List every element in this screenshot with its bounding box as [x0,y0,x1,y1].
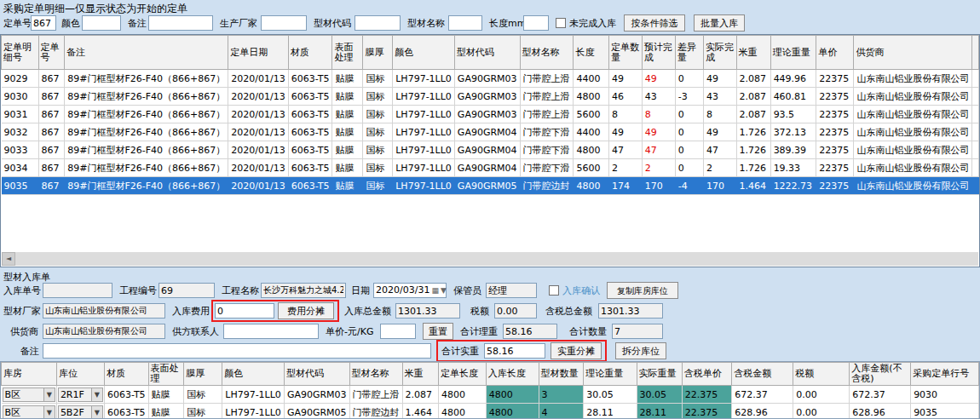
table-cell: 9032 [2,123,39,141]
fee-allocate-button[interactable]: 费用分摊 [278,302,334,319]
table-cell: 6063-T5 [288,141,332,159]
column-header[interactable]: 税额 [793,363,850,386]
manufacturer-input[interactable] [43,303,165,319]
actual-weight-allocate-button[interactable]: 实重分摊 [551,342,602,359]
total-actual-weight-input[interactable] [484,343,545,359]
project-no-input[interactable] [159,283,215,298]
column-header[interactable]: 定单数量 [609,36,643,70]
chevron-down-icon[interactable]: ▼ [91,406,102,419]
column-header[interactable]: 颜色 [222,363,285,386]
color-filter-input[interactable] [82,15,121,31]
column-header[interactable]: 定单长度 [439,363,487,386]
table-cell: 49 [642,70,675,88]
order-no-filter-input[interactable] [31,15,56,31]
cell-dropdown[interactable]: 2R1F▼ [58,387,103,402]
filter-label-manufacturer: 生产厂家 [220,17,257,31]
column-header[interactable]: 表面处理 [148,363,184,386]
copy-warehouse-location-button[interactable]: 复制库房库位 [607,282,678,299]
table-cell: 贴膜 [332,123,363,141]
column-header[interactable]: 供货商 [854,36,972,70]
length-filter-input[interactable] [523,15,549,31]
calendar-icon[interactable]: ▦ [431,286,439,295]
column-header[interactable]: 表面处理 [332,36,363,70]
total-theory-weight-input[interactable] [503,324,557,339]
column-header[interactable]: 理论重量 [584,363,637,386]
tax-input[interactable] [494,303,537,319]
column-header[interactable]: 理论重量 [770,36,816,70]
column-header[interactable]: 备注 [65,36,228,70]
table-cell: 山东南山铝业股份有限公司 [854,88,972,106]
filter-by-condition-button[interactable]: 按条件筛选 [624,14,685,32]
cell-dropdown[interactable]: 5B2F▼ [58,405,103,419]
remark-input[interactable] [43,343,431,359]
column-header[interactable]: 材质 [288,36,332,70]
profile-name-filter-input[interactable] [448,15,482,31]
column-header[interactable]: 型材名称 [520,36,574,70]
date-label: 日期 [351,284,370,298]
table-row[interactable]: B区▼2R1F▼6063-T5贴膜国标LH797-1LL0GA90GRM03门带… [2,386,979,404]
supplier-input[interactable] [43,324,165,339]
column-header[interactable]: 预计完成 [642,36,675,70]
column-header[interactable]: 颜色 [393,36,455,70]
column-header[interactable]: 含税金额 [732,363,793,386]
supplier-contact-input[interactable] [223,324,319,339]
column-header[interactable]: 库房 [2,363,57,386]
column-header[interactable]: 材质 [104,363,148,386]
keeper-input[interactable] [486,283,537,298]
project-name-input[interactable] [261,283,346,298]
unit-price-input[interactable] [380,324,416,339]
column-header[interactable]: 膜厚 [363,36,393,70]
horizontal-scrollbar[interactable]: ◄ [2,252,978,266]
table-row[interactable]: 903486789#门框型材F26-F40（866+867）2020/01/13… [2,159,979,177]
column-header[interactable]: 米重 [736,36,770,70]
table-row[interactable]: 903286789#门框型材F26-F40（866+867）2020/01/13… [2,123,979,141]
reset-button[interactable]: 重置 [423,323,453,340]
batch-inbound-button[interactable]: 批量入库 [694,14,745,32]
column-header[interactable]: 米重 [402,363,439,386]
remark-filter-input[interactable] [148,15,213,31]
date-picker[interactable]: 2020/03/31▦▼ [373,283,447,298]
scroll-left-arrow-icon[interactable]: ◄ [2,252,15,266]
column-header[interactable]: 单价 [816,36,854,70]
cell-dropdown[interactable]: B区▼ [3,387,55,402]
chevron-down-icon[interactable]: ▼ [43,406,55,419]
table-row[interactable]: 903586789#门框型材F26-F40（866+867）2020/01/13… [2,177,979,195]
unfinished-inbound-checkbox[interactable] [556,18,566,28]
chevron-down-icon[interactable]: ▼ [91,388,102,401]
table-row[interactable]: 903086789#门框型材F26-F40（866+867）2020/01/13… [2,88,979,106]
split-location-button[interactable]: 拆分库位 [615,342,666,359]
column-header[interactable]: 库位 [56,363,104,386]
inbound-confirm-checkbox[interactable] [549,285,559,296]
column-header[interactable]: 定单明细号 [2,36,39,70]
inbound-total-input[interactable] [395,303,460,319]
table-row[interactable]: 902986789#门框型材F26-F40（866+867）2020/01/13… [2,70,979,88]
column-header[interactable]: 入库长度 [486,363,539,386]
column-header[interactable]: 定单日期 [228,36,288,70]
cell-dropdown[interactable]: B区▼ [3,405,55,419]
column-header[interactable]: 定单号 [38,36,65,70]
table-row[interactable]: B区▼5B2F▼6063-T5贴膜国标LH797-1LL0GA90GRM05门带… [2,404,979,419]
column-header[interactable]: 实际重量 [637,363,682,386]
column-header[interactable]: 入库金额(不含税) [850,363,911,386]
column-header[interactable]: 含税单价 [682,363,731,386]
chevron-down-icon[interactable]: ▼ [43,388,55,401]
column-header[interactable]: 长度 [574,36,609,70]
inbound-fee-input[interactable] [215,303,274,319]
column-header[interactable]: 型材名称 [349,363,402,386]
profile-code-filter-input[interactable] [355,15,401,31]
receipt-no-input[interactable] [43,283,112,298]
column-header[interactable]: 型材代码 [284,363,349,386]
table-row[interactable]: 903186789#门框型材F26-F40（866+867）2020/01/13… [2,106,979,123]
column-header[interactable]: 型材代码 [454,36,520,70]
column-header[interactable]: 膜厚 [184,363,222,386]
total-qty-input[interactable] [612,324,663,339]
manufacturer-filter-input[interactable] [261,15,307,31]
table-row[interactable]: 903386789#门框型材F26-F40（866+867）2020/01/13… [2,141,979,159]
date-dropdown-arrow-icon[interactable]: ▼ [441,286,447,295]
tax-total-input[interactable] [598,303,663,319]
table-cell: 867 [38,106,65,123]
column-header[interactable]: 型材数量 [539,363,584,386]
column-header[interactable]: 差异量 [675,36,703,70]
column-header[interactable]: 采购定单行号 [911,363,979,386]
column-header[interactable]: 实际完成 [703,36,736,70]
